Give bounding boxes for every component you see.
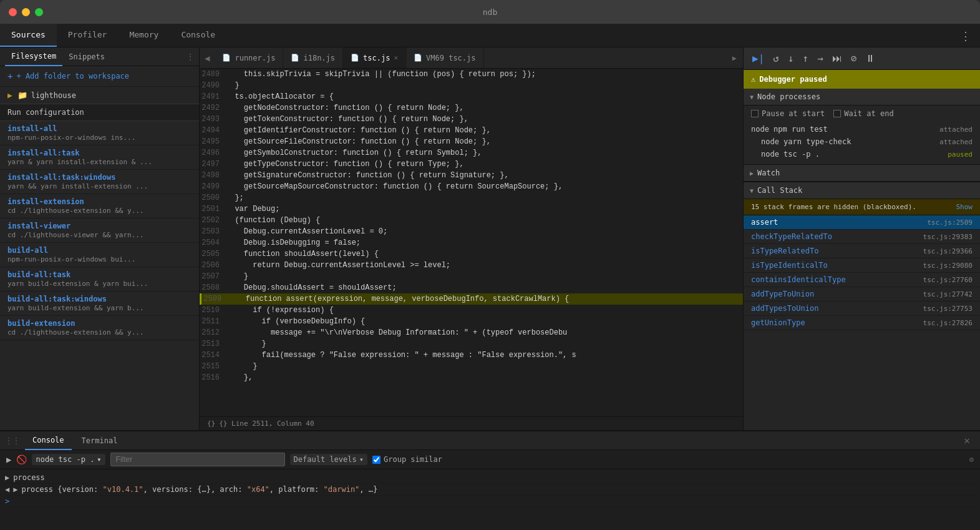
process-yarn-type-check[interactable]: node yarn type-check attached <box>751 135 973 148</box>
code-line-2496[interactable]: 2496 getSymbolConstructor: function () {… <box>200 147 743 159</box>
expand-nested-icon[interactable]: ▶ <box>13 485 17 494</box>
tab-sources[interactable]: Sources <box>0 24 57 47</box>
step-into-button[interactable]: ↓ <box>785 51 797 66</box>
editor-tab-runner[interactable]: 📄 runner.js <box>215 47 283 68</box>
code-line-2507[interactable]: 2507 } <box>200 271 743 282</box>
context-selector[interactable]: node tsc -p . ▾ <box>32 454 105 465</box>
code-line-2499[interactable]: 2499 getSourceMapSourceConstructor: func… <box>200 181 743 192</box>
code-line-2498[interactable]: 2498 getSignatureConstructor: function (… <box>200 170 743 181</box>
stack-frame-addTypesToUnion[interactable]: addTypesToUnion tsc.js:27753 <box>744 302 980 316</box>
code-line-2505[interactable]: 2505 function shouldAssert(level) { <box>200 248 743 260</box>
run-item-install-all-task[interactable]: install-all:task yarn & yarn install-ext… <box>0 145 199 170</box>
run-item-build-all[interactable]: build-all npm-run-posix-or-windows bui..… <box>0 243 199 267</box>
code-line-2513[interactable]: 2513 } <box>200 338 743 350</box>
call-stack-header[interactable]: ▼ Call Stack <box>744 182 980 199</box>
pause-at-start-checkbox[interactable] <box>751 110 759 117</box>
editor-tab-i18n[interactable]: 📄 i18n.js <box>283 47 343 68</box>
close-tab-icon[interactable]: ✕ <box>394 54 398 62</box>
editor-nav-controls[interactable]: ◀ <box>200 47 215 68</box>
tab-memory[interactable]: Memory <box>118 24 170 47</box>
run-item-install-extension[interactable]: install-extension cd ./lighthouse-extens… <box>0 194 199 218</box>
code-line-2489[interactable]: 2489 this.skipTrivia = skipTrivia || (fu… <box>200 69 743 80</box>
console-line-process-obj[interactable]: ◀ ▶ process {version: "v10.4.1", version… <box>5 484 975 496</box>
code-line-2512[interactable]: 2512 message += "\r\nVerbose Debug Infor… <box>200 327 743 338</box>
minimize-button[interactable] <box>22 8 30 16</box>
code-line-2495[interactable]: 2495 getSourceFileConstructor: function … <box>200 136 743 147</box>
drag-handle-icon[interactable]: ⋮⋮ <box>5 436 20 445</box>
run-item-install-all[interactable]: install-all npm-run-posix-or-windows ins… <box>0 121 199 145</box>
code-line-2491[interactable]: 2491 ts.objectAllocator = { <box>200 91 743 102</box>
resume-button[interactable]: ▶| <box>750 51 767 66</box>
code-line-2514[interactable]: 2514 fail(message ? "False expression: "… <box>200 350 743 361</box>
console-tab-terminal[interactable]: Terminal <box>74 431 125 450</box>
stack-frame-getUnionType[interactable]: getUnionType tsc.js:27826 <box>744 316 980 330</box>
run-item-build-all-task[interactable]: build-all:task yarn build-extension & ya… <box>0 267 199 292</box>
run-item-install-viewer[interactable]: install-viewer cd ./lighthouse-viewer &&… <box>0 218 199 243</box>
sidebar-tab-snippets[interactable]: Snippets <box>62 47 111 66</box>
show-blackboxed-link[interactable]: Show <box>956 203 973 211</box>
code-line-2511[interactable]: 2511 if (verboseDebugInfo) { <box>200 316 743 327</box>
editor-run-button[interactable]: ▶ <box>726 47 743 68</box>
wait-at-end-checkbox[interactable] <box>833 110 841 117</box>
code-editor[interactable]: 2489 this.skipTrivia = skipTrivia || (fu… <box>200 69 743 416</box>
step-over-button[interactable]: ↺ <box>770 51 782 66</box>
console-prompt[interactable]: > <box>5 496 975 508</box>
code-line-2515[interactable]: 2515 } <box>200 361 743 372</box>
maximize-button[interactable] <box>35 8 43 16</box>
code-line-2494[interactable]: 2494 getIdentifierConstructor: function … <box>200 125 743 136</box>
code-line-2493[interactable]: 2493 getTokenConstructor: function () { … <box>200 114 743 125</box>
group-similar-checkbox[interactable] <box>372 456 381 464</box>
watch-header[interactable]: ▶ Watch <box>744 165 980 182</box>
tab-profiler[interactable]: Profiler <box>57 24 119 47</box>
run-item-install-all-task-windows[interactable]: install-all:task:windows yarn && yarn in… <box>0 170 199 194</box>
code-line-2500[interactable]: 2500 }; <box>200 192 743 204</box>
code-line-2492[interactable]: 2492 getNodeConstructor: function () { r… <box>200 102 743 114</box>
stack-frame-isTypeIdenticalTo[interactable]: isTypeIdenticalTo tsc.js:29080 <box>744 258 980 273</box>
step-out-button[interactable]: ↑ <box>800 51 812 66</box>
step-button[interactable]: → <box>815 51 826 66</box>
code-line-2503[interactable]: 2503 Debug.currentAssertionLevel = 0; <box>200 226 743 237</box>
expand-icon[interactable]: ▶ <box>5 473 9 482</box>
clear-messages-icon[interactable]: 🚫 <box>16 454 27 464</box>
continue-to-here-button[interactable]: ⏭ <box>830 51 845 66</box>
code-line-2509[interactable]: 2509 function assert(expression, message… <box>200 293 743 305</box>
lighthouse-folder[interactable]: ▶ 📁 lighthouse <box>0 87 199 104</box>
wait-at-end-option[interactable]: Wait at end <box>833 109 893 118</box>
console-tab-console[interactable]: Console <box>25 431 72 450</box>
close-button[interactable] <box>9 8 17 16</box>
code-line-2501[interactable]: 2501 var Debug; <box>200 204 743 215</box>
code-line-2497[interactable]: 2497 getTypeConstructor: function () { r… <box>200 159 743 170</box>
editor-tab-vm69[interactable]: 📄 VM69 tsc.js <box>406 47 483 68</box>
stack-frame-containsIdenticalType[interactable]: containsIdenticalType tsc.js:27760 <box>744 273 980 287</box>
code-line-2510[interactable]: 2510 if (!expression) { <box>200 305 743 316</box>
process-tsc[interactable]: node tsc -p . paused <box>751 148 973 160</box>
stack-frame-isTypeRelatedTo[interactable]: isTypeRelatedTo tsc.js:29366 <box>744 244 980 258</box>
editor-tab-tsc[interactable]: 📄 tsc.js ✕ <box>343 47 406 68</box>
sidebar-tab-filesystem[interactable]: Filesystem <box>5 47 62 66</box>
code-line-2490[interactable]: 2490 } <box>200 80 743 91</box>
group-similar-toggle[interactable]: Group similar <box>372 455 442 464</box>
sidebar-more-icon[interactable]: ⋮ <box>187 52 194 61</box>
console-filter-input[interactable] <box>110 453 285 466</box>
stack-frame-assert[interactable]: assert tsc.js:2509 <box>744 215 980 230</box>
process-npm-run-test[interactable]: node npm run test attached <box>751 123 973 135</box>
console-line-process[interactable]: ▶ process <box>5 472 975 484</box>
stack-frame-checkTypeRelatedTo[interactable]: checkTypeRelatedTo tsc.js:29383 <box>744 230 980 244</box>
more-options-icon[interactable]: ⋮ <box>960 29 971 42</box>
close-console-button[interactable]: ✕ <box>959 434 975 446</box>
deactivate-breakpoints-button[interactable]: ⊘ <box>848 51 860 66</box>
pause-button[interactable]: ⏸ <box>863 51 878 66</box>
add-folder-button[interactable]: + + Add folder to workspace <box>0 66 199 87</box>
pause-at-start-option[interactable]: Pause at start <box>751 109 825 118</box>
tab-console[interactable]: Console <box>170 24 226 47</box>
node-processes-header[interactable]: ▼ Node processes <box>744 89 980 106</box>
code-line-2502[interactable]: 2502 (function (Debug) { <box>200 215 743 226</box>
stack-frame-addTypeToUnion[interactable]: addTypeToUnion tsc.js:27742 <box>744 287 980 302</box>
run-item-build-all-task-windows[interactable]: build-all:task:windows yarn build-extens… <box>0 292 199 316</box>
collapse-icon[interactable]: ◀ <box>5 485 9 494</box>
code-line-2504[interactable]: 2504 Debug.isDebugging = false; <box>200 237 743 248</box>
code-line-2516[interactable]: 2516 }, <box>200 372 743 383</box>
code-line-2508[interactable]: 2508 Debug.shouldAssert = shouldAssert; <box>200 282 743 293</box>
code-line-2506[interactable]: 2506 return Debug.currentAssertionLevel … <box>200 260 743 271</box>
console-settings-icon[interactable]: ⚙ <box>969 455 974 464</box>
